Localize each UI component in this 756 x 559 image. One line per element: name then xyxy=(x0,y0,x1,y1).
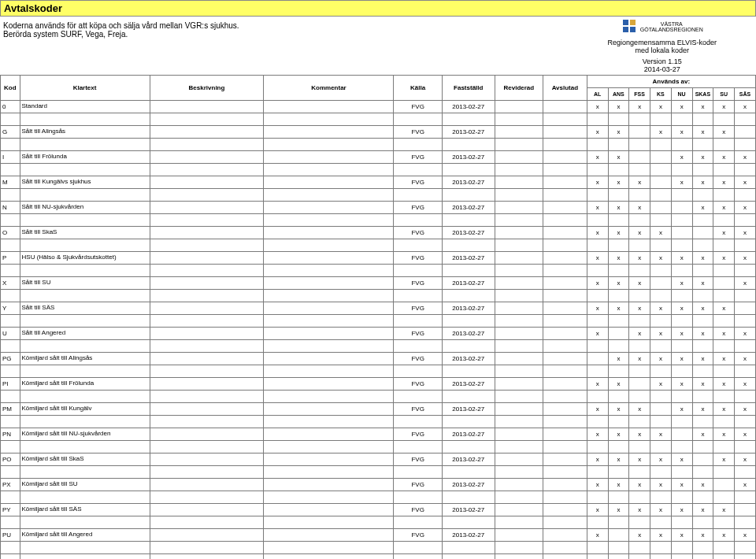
blank-cell xyxy=(650,214,672,227)
cell-faststalld: 2013-02-27 xyxy=(442,176,495,189)
cell-chk-fss: x xyxy=(629,277,650,290)
cell-chk-skas xyxy=(692,453,713,466)
cell-chk-skas: x xyxy=(692,126,713,139)
blank-cell xyxy=(20,441,150,453)
blank-cell xyxy=(264,139,394,151)
blank-cell xyxy=(650,139,672,151)
blank-cell xyxy=(629,441,650,453)
cell-klartext: HSU (Hälso & Sjukvårdsutskottet) xyxy=(20,252,150,265)
cell-avslutad xyxy=(543,479,587,491)
cell-klartext: Kömiljard sålt till Frölunda xyxy=(20,378,150,391)
blank-cell xyxy=(692,290,713,302)
cell-chk-nu: x xyxy=(671,453,692,466)
blank-cell xyxy=(495,441,543,453)
cell-chk-nu xyxy=(671,227,692,239)
blank-cell xyxy=(692,416,713,428)
cell-chk-fss: x xyxy=(629,302,650,315)
cell-faststalld: 2013-02-27 xyxy=(442,353,495,365)
blank-cell xyxy=(394,214,442,227)
blank-cell xyxy=(650,113,672,126)
cell-faststalld: 2013-02-27 xyxy=(442,252,495,265)
table-row xyxy=(1,290,756,302)
cell-chk-fss: x xyxy=(629,453,650,466)
blank-cell xyxy=(394,189,442,202)
blank-cell xyxy=(495,491,543,504)
cell-kommentar xyxy=(264,151,394,164)
cell-beskrivning xyxy=(150,403,264,416)
cell-kalla: FVG xyxy=(394,101,442,113)
th-kod: Kod xyxy=(1,76,20,101)
cell-kod: Y xyxy=(1,302,20,315)
blank-cell xyxy=(671,290,692,302)
blank-cell xyxy=(629,113,650,126)
table-row xyxy=(1,416,756,428)
cell-faststalld: 2013-02-27 xyxy=(442,378,495,391)
cell-chk-su: x xyxy=(713,504,735,516)
cell-chk-säs: x xyxy=(735,529,756,542)
blank-cell xyxy=(442,416,495,428)
blank-cell xyxy=(587,239,608,252)
cell-klartext: Kömiljard sålt till SÄS xyxy=(20,504,150,516)
cell-chk-ks: x xyxy=(650,428,672,441)
cell-chk-skas: x xyxy=(692,176,713,189)
cell-kod: P xyxy=(1,252,20,265)
blank-cell xyxy=(692,340,713,353)
cell-chk-su: x xyxy=(713,227,735,239)
cell-kommentar xyxy=(264,328,394,340)
table-row xyxy=(1,164,756,176)
cell-chk-fss: x xyxy=(629,101,650,113)
blank-cell xyxy=(442,139,495,151)
blank-cell xyxy=(692,466,713,479)
cell-kod: PO xyxy=(1,453,20,466)
blank-cell xyxy=(20,365,150,378)
blank-cell xyxy=(495,265,543,277)
blank-cell xyxy=(442,189,495,202)
blank-cell xyxy=(20,491,150,504)
blank-cell xyxy=(543,391,587,403)
cell-faststalld: 2013-02-27 xyxy=(442,277,495,290)
blank-cell xyxy=(150,189,264,202)
table-row xyxy=(1,315,756,328)
cell-beskrivning xyxy=(150,126,264,139)
blank-cell xyxy=(650,441,672,453)
cell-chk-ans: x xyxy=(608,403,629,416)
cell-chk-nu: x xyxy=(671,529,692,542)
blank-cell xyxy=(629,239,650,252)
blank-cell xyxy=(543,290,587,302)
th-chk-säs: SÄS xyxy=(735,88,756,101)
blank-cell xyxy=(20,516,150,529)
blank-cell xyxy=(442,542,495,554)
blank-cell xyxy=(735,139,756,151)
table-row xyxy=(1,391,756,403)
blank-cell xyxy=(264,466,394,479)
cell-chk-säs xyxy=(735,302,756,315)
blank-cell xyxy=(608,189,629,202)
blank-cell xyxy=(1,441,20,453)
cell-avslutad xyxy=(543,302,587,315)
cell-avslutad xyxy=(543,202,587,214)
blank-cell xyxy=(1,466,20,479)
blank-cell xyxy=(150,365,264,378)
th-beskrivning: Beskrivning xyxy=(150,76,264,101)
cell-chk-al: x xyxy=(587,227,608,239)
blank-cell xyxy=(671,315,692,328)
cell-chk-al: x xyxy=(587,101,608,113)
table-row xyxy=(1,466,756,479)
cell-kod: PG xyxy=(1,353,20,365)
header-description: Koderna används för att köpa och sälja v… xyxy=(0,18,243,42)
cell-kod: 0 xyxy=(1,101,20,113)
blank-cell xyxy=(264,365,394,378)
cell-avslutad xyxy=(543,504,587,516)
blank-cell xyxy=(587,265,608,277)
cell-klartext: Sålt till Frölunda xyxy=(20,151,150,164)
table-row xyxy=(1,365,756,378)
desc-line1: Koderna används för att köpa och sälja v… xyxy=(3,21,239,30)
cell-chk-skas: x xyxy=(692,529,713,542)
blank-cell xyxy=(671,416,692,428)
cell-avslutad xyxy=(543,378,587,391)
blank-cell xyxy=(495,315,543,328)
cell-chk-ans: x xyxy=(608,202,629,214)
blank-cell xyxy=(543,365,587,378)
cell-chk-säs: x xyxy=(735,202,756,214)
cell-chk-al: x xyxy=(587,504,608,516)
